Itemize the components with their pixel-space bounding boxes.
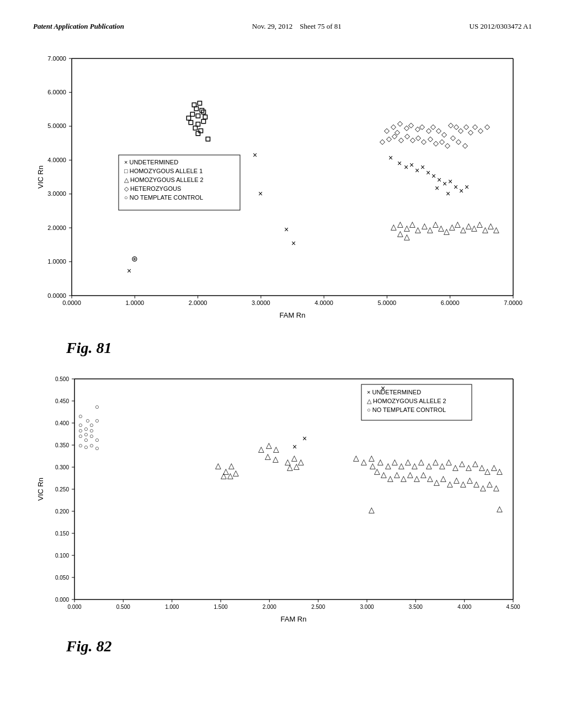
svg-text:△: △: [398, 461, 404, 470]
svg-text:△: △: [258, 445, 264, 453]
header-left: Patent Application Publication: [33, 22, 124, 31]
svg-text:△ HOMOZYGOUS ALLELE 2: △ HOMOZYGOUS ALLELE 2: [124, 176, 204, 183]
svg-text:×: ×: [404, 163, 408, 172]
svg-text:△: △: [480, 483, 486, 492]
svg-text:△: △: [466, 463, 472, 472]
svg-text:△: △: [397, 220, 403, 228]
svg-text:VIC Rn: VIC Rn: [36, 165, 45, 189]
svg-text:△: △: [414, 474, 420, 483]
fig82-container: 0.000 0.050 0.100 0.150 0.200 0.250 0.30…: [33, 368, 532, 655]
svg-text:1.0000: 1.0000: [125, 299, 144, 306]
svg-text:○: ○: [95, 403, 99, 411]
svg-text:0.050: 0.050: [55, 575, 69, 581]
svg-text:△: △: [369, 505, 375, 514]
svg-text:△: △: [497, 504, 503, 513]
svg-text:×: ×: [435, 184, 439, 192]
svg-text:1.500: 1.500: [214, 604, 227, 610]
svg-text:◇: ◇: [421, 137, 427, 146]
svg-text:0.450: 0.450: [55, 398, 69, 404]
svg-text:◇: ◇: [415, 133, 421, 142]
svg-text:×: ×: [409, 160, 414, 169]
svg-text:×: ×: [388, 153, 393, 162]
svg-text:0.350: 0.350: [55, 442, 69, 448]
svg-text:FAM Rn: FAM Rn: [281, 615, 307, 623]
svg-text:△: △: [405, 457, 411, 466]
svg-text:△: △: [397, 229, 403, 238]
svg-text:△: △: [487, 479, 493, 488]
svg-text:○: ○: [78, 432, 83, 440]
svg-text:◇: ◇: [410, 136, 415, 144]
svg-text:×: ×: [454, 183, 458, 191]
svg-text:◇: ◇: [384, 126, 390, 135]
svg-text:△: △: [407, 470, 413, 479]
svg-text:0.000: 0.000: [55, 597, 69, 603]
svg-text:×: ×: [258, 189, 263, 198]
svg-text:△: △: [493, 483, 499, 492]
svg-text:3.0000: 3.0000: [252, 299, 270, 306]
svg-text:□: □: [190, 110, 195, 118]
svg-text:1.0000: 1.0000: [47, 258, 66, 265]
svg-text:×: ×: [302, 434, 307, 443]
svg-text:0.100: 0.100: [55, 553, 69, 559]
svg-text:×: ×: [459, 186, 463, 195]
fig81-chart: 0.0000 1.0000 2.0000 3.0000 4.0000 5.000…: [33, 47, 530, 334]
svg-text:5.0000: 5.0000: [378, 299, 397, 306]
svg-text:◇: ◇: [436, 126, 441, 135]
svg-text:△: △: [273, 454, 279, 463]
svg-text:×: ×: [397, 159, 402, 168]
svg-text:□: □: [201, 117, 206, 125]
svg-text:◇: ◇: [458, 126, 463, 135]
svg-text:△: △: [392, 457, 398, 466]
svg-text:◇: ◇: [380, 137, 385, 146]
svg-text:△: △: [394, 470, 400, 479]
svg-text:△: △: [221, 471, 227, 480]
svg-text:×: ×: [448, 177, 452, 186]
fig82-chart: 0.000 0.050 0.100 0.150 0.200 0.250 0.30…: [33, 368, 530, 633]
svg-text:△: △: [266, 441, 272, 449]
svg-text:◇: ◇: [472, 122, 478, 131]
svg-text:○: ○: [95, 416, 99, 425]
svg-text:×: ×: [443, 179, 447, 188]
svg-text:0.300: 0.300: [55, 464, 69, 470]
svg-text:×: ×: [465, 183, 469, 191]
svg-text:△: △: [433, 457, 439, 466]
svg-text:○: ○: [95, 436, 99, 444]
svg-text:○ NO TEMPLATE CONTROL: ○ NO TEMPLATE CONTROL: [124, 194, 203, 201]
svg-text:6.0000: 6.0000: [47, 89, 66, 95]
svg-text:△: △: [484, 467, 491, 475]
svg-text:△: △: [452, 463, 459, 472]
svg-text:○: ○: [89, 432, 94, 440]
svg-text:◇: ◇: [439, 137, 445, 146]
svg-text:2.500: 2.500: [311, 604, 325, 610]
svg-text:○: ○: [84, 443, 88, 451]
svg-text:◇: ◇: [398, 136, 404, 144]
svg-text:△: △: [265, 452, 271, 461]
svg-text:0.500: 0.500: [55, 376, 69, 382]
svg-text:3.000: 3.000: [360, 604, 374, 610]
svg-text:◇: ◇: [404, 132, 410, 140]
svg-text:0.500: 0.500: [116, 604, 130, 610]
svg-text:△: △: [418, 457, 424, 466]
svg-text:6.0000: 6.0000: [441, 299, 460, 306]
svg-text:△: △: [287, 463, 293, 472]
svg-text:△ HOMOZYGOUS ALLELE 2: △ HOMOZYGOUS ALLELE 2: [367, 398, 446, 404]
svg-text:△: △: [439, 461, 445, 470]
svg-text:△: △: [467, 475, 473, 484]
svg-text:□: □: [192, 100, 196, 109]
svg-text:◇: ◇: [478, 126, 483, 135]
svg-text:1.000: 1.000: [165, 604, 179, 610]
svg-text:×: ×: [426, 168, 430, 177]
svg-text:3.500: 3.500: [409, 604, 423, 610]
svg-text:◇: ◇: [419, 122, 425, 131]
svg-text:× UNDETERMINED: × UNDETERMINED: [367, 389, 421, 395]
svg-text:△: △: [472, 459, 478, 468]
svg-text:△: △: [294, 462, 300, 470]
svg-text:△: △: [391, 222, 397, 231]
svg-text:△: △: [454, 475, 460, 484]
svg-text:△: △: [377, 457, 383, 466]
svg-text:×: ×: [381, 384, 385, 393]
svg-text:□: □: [206, 135, 210, 143]
svg-text:4.0000: 4.0000: [315, 299, 333, 306]
svg-text:4.000: 4.000: [457, 604, 471, 610]
svg-text:□: □: [196, 111, 200, 120]
